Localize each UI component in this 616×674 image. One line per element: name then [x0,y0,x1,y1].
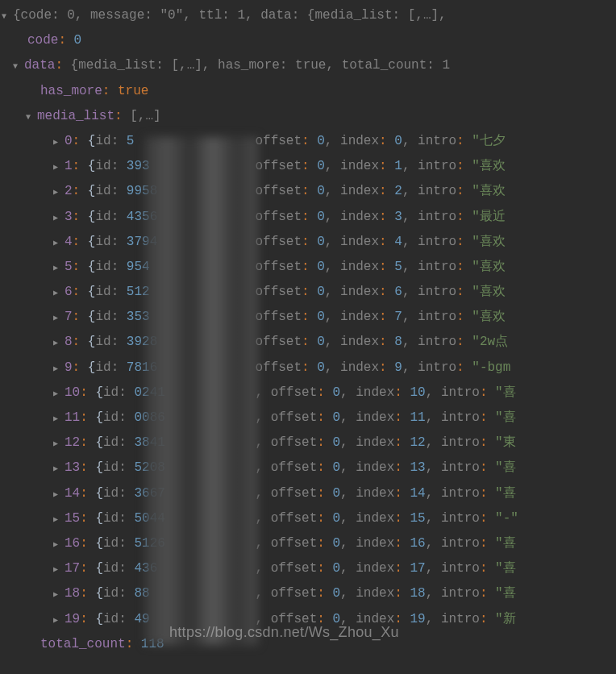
colon: : [480,410,495,425]
offset-label: offset [255,134,302,148]
tree-row-totalcount[interactable]: total_count: 118 [2,632,614,657]
caret-right-icon[interactable] [53,481,65,506]
list-item[interactable]: 9: {id: 7816 offset: 0, index: 9, intro:… [2,356,614,381]
caret-right-icon[interactable] [53,330,65,355]
list-item[interactable]: 0: {id: 5 offset: 0, index: 0, intro: "七… [2,129,614,154]
colon: : [317,435,332,450]
value-hasmore: true [118,84,148,98]
list-item[interactable]: 10: {id: 0241, offset: 0, index: 10, int… [2,381,614,406]
colon: : [456,235,472,249]
index-label: index [340,235,379,249]
list-item[interactable]: 12: {id: 3841, offset: 0, index: 12, int… [2,431,614,456]
intro-value: "喜 [495,385,516,400]
index-value: 10 [410,385,425,400]
id-value: 9958 [127,179,248,204]
caret-down-icon[interactable] [2,3,13,28]
index-value: 13 [410,460,425,475]
caret-right-icon[interactable] [53,581,65,606]
list-item[interactable]: 17: {id: 436, offset: 0, index: 17, intr… [2,556,614,581]
colon: : [456,159,472,173]
list-item[interactable]: 6: {id: 512 offset: 0, index: 6, intro: … [2,280,614,305]
caret-down-icon[interactable] [26,104,37,129]
index-value: 12 [410,435,425,450]
caret-right-icon[interactable] [53,179,65,204]
separator: , [325,235,340,249]
caret-right-icon[interactable] [53,129,65,154]
list-item[interactable]: 18: {id: 88, offset: 0, index: 18, intro… [2,581,614,606]
separator: , [426,385,441,400]
offset-value: 0 [317,335,325,349]
id-label: id: [95,310,126,324]
caret-right-icon[interactable] [53,381,65,406]
colon: : [73,159,88,173]
tree-row-data[interactable]: data: {media_list: [,…], has_more: true,… [2,53,614,78]
intro-value: "喜 [495,410,516,425]
list-item[interactable]: 15: {id: 5044, offset: 0, index: 15, int… [2,506,614,531]
colon: : [480,511,495,526]
open-brace: { [88,260,96,274]
item-index-key: 13 [65,460,80,475]
tree-row-hasmore[interactable]: has_more: true [2,79,614,104]
item-index-key: 15 [65,511,80,526]
separator: , [255,486,270,501]
list-item[interactable]: 8: {id: 3928 offset: 0, index: 8, intro:… [2,330,614,355]
list-item[interactable]: 11: {id: 0086, offset: 0, index: 11, int… [2,406,614,431]
caret-right-icon[interactable] [53,406,65,431]
separator: , [426,586,441,601]
key-hasmore: has_more [40,84,102,98]
intro-label: intro [441,561,480,576]
caret-right-icon[interactable] [53,255,65,280]
list-item[interactable]: 5: {id: 954 offset: 0, index: 5, intro: … [2,255,614,280]
intro-label: intro [418,335,456,349]
list-item[interactable]: 19: {id: 49, offset: 0, index: 19, intro… [2,607,614,632]
caret-right-icon[interactable] [53,506,65,531]
list-item[interactable]: 2: {id: 9958 offset: 0, index: 2, intro:… [2,179,614,204]
caret-right-icon[interactable] [53,456,65,481]
caret-right-icon[interactable] [53,154,65,179]
separator: , [340,511,356,526]
colon: : [394,612,410,626]
item-index-key: 8 [65,335,73,349]
open-brace: { [95,486,103,501]
list-item[interactable]: 7: {id: 353 offset: 0, index: 7, intro: … [2,305,614,330]
tree-row-root[interactable]: {code: 0, message: "0", ttl: 1, data: {m… [2,3,614,28]
caret-right-icon[interactable] [53,431,65,456]
tree-row-code[interactable]: code: 0 [2,28,614,53]
separator: , [340,486,356,501]
caret-right-icon[interactable] [53,280,65,305]
id-value: 3841 [134,431,255,456]
separator [248,310,256,324]
list-item[interactable]: 3: {id: 4356 offset: 0, index: 3, intro:… [2,205,614,230]
colon: : [80,486,95,501]
list-item[interactable]: 13: {id: 5208, offset: 0, index: 13, int… [2,456,614,481]
open-brace: { [95,536,103,551]
list-item[interactable]: 1: {id: 393 offset: 0, index: 1, intro: … [2,154,614,179]
offset-label: offset [271,486,318,501]
list-item[interactable]: 16: {id: 5126, offset: 0, index: 16, int… [2,531,614,556]
caret-right-icon[interactable] [53,607,65,632]
tree-row-medialist[interactable]: media_list: [,…] [2,104,614,129]
colon: : [302,285,317,299]
key-totalcount: total_count [40,637,126,651]
caret-right-icon[interactable] [53,556,65,581]
colon: : [80,385,95,400]
caret-right-icon[interactable] [53,230,65,255]
list-item[interactable]: 14: {id: 3667, offset: 0, index: 14, int… [2,481,614,506]
index-label: index [340,184,379,198]
colon: : [394,561,410,576]
caret-right-icon[interactable] [53,531,65,556]
separator: , [325,159,340,173]
intro-value: "喜欢 [472,159,506,173]
offset-label: offset [271,460,318,475]
caret-right-icon[interactable] [53,205,65,230]
caret-right-icon[interactable] [53,305,65,330]
id-label: id: [103,460,134,475]
index-value: 7 [394,310,402,324]
intro-label: intro [441,410,480,425]
id-label: id: [95,360,126,375]
list-item[interactable]: 4: {id: 3794 offset: 0, index: 4, intro:… [2,230,614,255]
caret-down-icon[interactable] [13,53,24,78]
root-summary: {code: 0, message: "0", ttl: 1, data: {m… [13,8,447,23]
caret-right-icon[interactable] [53,356,65,381]
colon: : [379,184,394,198]
